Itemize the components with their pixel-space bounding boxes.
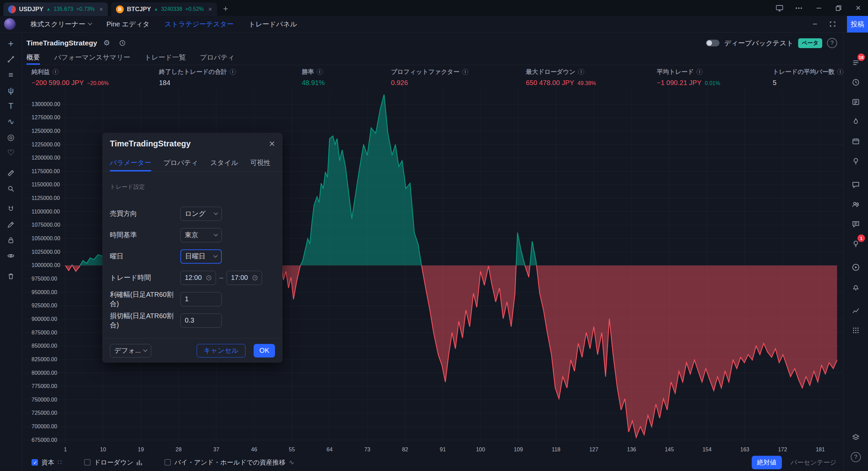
chat-button[interactable] (847, 176, 864, 193)
lock-drawings-tool[interactable] (3, 232, 19, 248)
magnet-tool[interactable] (3, 201, 19, 217)
tab-overview[interactable]: 概要 (26, 52, 40, 65)
object-tree-button[interactable] (847, 429, 864, 446)
pitchfork-tool[interactable]: ψ (3, 83, 19, 98)
minimize-window-icon[interactable] (809, 0, 829, 16)
drawdown-checkbox[interactable] (84, 459, 91, 466)
help-button[interactable]: ? (847, 449, 864, 466)
trade-time-to-input[interactable] (231, 274, 252, 282)
symbol-tab-usdjpy[interactable]: USDJPY ▲ 135.673 +0.73% × (3, 2, 108, 16)
hide-drawings-tool[interactable] (3, 248, 19, 264)
absolute-scale-button[interactable]: 絶対値 (752, 456, 782, 469)
menu-item-stock-screener[interactable]: 株式スクリーナー (31, 20, 92, 29)
trend-line-tool[interactable] (3, 52, 19, 67)
info-icon[interactable]: i (462, 69, 468, 75)
my-ideas-button[interactable] (847, 152, 864, 169)
buyhold-style-icon[interactable]: ∿ (289, 458, 294, 466)
window-menu-dots-icon[interactable]: ••• (789, 0, 809, 16)
weekday-select[interactable]: 日曜日 (180, 249, 222, 264)
new-tab-button[interactable]: + (223, 3, 228, 14)
strategy-settings-button[interactable]: ⚙ (101, 37, 113, 49)
ok-button[interactable]: OK (254, 344, 275, 357)
info-icon[interactable]: i (230, 69, 236, 75)
close-tab-icon[interactable]: × (99, 5, 103, 13)
stop-loss-input[interactable] (185, 316, 218, 324)
favorites-tool[interactable]: ♡ (3, 145, 19, 161)
news-button[interactable] (847, 94, 864, 110)
notifications-button[interactable] (847, 279, 864, 295)
info-icon[interactable]: i (837, 69, 843, 75)
beta-badge: ベータ (798, 38, 822, 48)
drawdown-checkbox-group[interactable]: ドローダウン (84, 458, 142, 467)
apps-button[interactable] (847, 322, 864, 339)
dialog-tab-parameters[interactable]: パラメーター (110, 155, 151, 171)
dialog-tab-properties[interactable]: プロパティ (163, 155, 198, 171)
text-tool[interactable]: T (3, 98, 19, 114)
dialog-tab-style[interactable]: スタイル (210, 155, 238, 171)
trade-time-from-input[interactable] (185, 274, 205, 282)
tab-performance-summary[interactable]: パフォーマンスサマリー (54, 52, 130, 65)
stop-loss-field[interactable] (180, 313, 222, 328)
percentage-scale-button[interactable]: パーセンテージ (791, 458, 836, 467)
svg-text:181: 181 (816, 447, 825, 452)
trade-time-from[interactable] (180, 271, 216, 285)
take-profit-field[interactable] (180, 292, 222, 306)
dialog-close-icon[interactable]: × (269, 139, 275, 149)
svg-text:10: 10 (100, 447, 106, 452)
user-avatar[interactable] (4, 18, 16, 30)
panel-minimize-icon[interactable] (808, 17, 823, 32)
fib-retracement-tool[interactable]: ≡ (3, 67, 19, 83)
hotlists-button[interactable] (847, 113, 864, 130)
pattern-tool[interactable]: ∿ (3, 114, 19, 129)
restore-window-icon[interactable] (829, 0, 848, 16)
info-icon[interactable]: i (696, 69, 703, 75)
streams-button[interactable] (847, 259, 864, 276)
drawdown-style-icon[interactable] (137, 460, 142, 465)
info-icon[interactable]: i (578, 69, 584, 75)
alerts-button[interactable] (847, 74, 864, 91)
deep-backtest-toggle[interactable] (706, 40, 719, 46)
publish-button[interactable]: 投稿 (847, 16, 868, 33)
buyhold-checkbox-group[interactable]: バイ・アンド・ホールドでの資産推移 ∿ (164, 458, 294, 467)
zoom-tool[interactable] (3, 181, 19, 197)
tab-properties[interactable]: プロパティ (200, 52, 235, 65)
equity-style-icon[interactable]: ∷ (58, 458, 62, 466)
direction-select[interactable]: ロング (180, 207, 222, 221)
question-icon: ? (851, 452, 861, 462)
close-tab-icon[interactable]: × (208, 5, 212, 13)
help-icon[interactable]: ? (827, 38, 837, 48)
dialog-tab-visibility[interactable]: 可視性 (250, 155, 271, 171)
calendar-button[interactable] (847, 133, 864, 150)
info-icon[interactable]: i (317, 69, 323, 75)
timezone-select[interactable]: 東京 (180, 228, 222, 242)
forecast-tool[interactable]: ◎ (3, 129, 19, 145)
menu-item-pine-editor[interactable]: Pine エディタ (106, 20, 150, 29)
detach-window-icon[interactable] (770, 0, 789, 16)
tab-trade-list[interactable]: トレード一覧 (144, 52, 185, 65)
panel-fullscreen-icon[interactable] (825, 17, 840, 32)
watchlist-button[interactable]: 18 (847, 54, 864, 71)
close-window-icon[interactable]: × (848, 0, 868, 16)
measure-tool[interactable] (3, 165, 19, 181)
equity-checkbox-group[interactable]: 資本 ∷ (32, 458, 62, 467)
info-icon[interactable]: i (53, 69, 59, 75)
comments-button[interactable] (847, 216, 864, 232)
ideas-stream-button[interactable]: 1 (847, 235, 864, 252)
cancel-button[interactable]: キャンセル (197, 344, 245, 357)
buyhold-checkbox[interactable] (164, 459, 171, 466)
trade-time-to[interactable] (226, 271, 262, 285)
community-button[interactable] (847, 196, 864, 213)
preset-select[interactable]: デフォ... (110, 344, 151, 357)
svg-text:1025000.00: 1025000.00 (32, 249, 60, 255)
menu-item-trade-panel[interactable]: トレードパネル (249, 20, 297, 29)
equity-checkbox[interactable] (32, 459, 38, 466)
symbol-tab-btcjpy[interactable]: B BTCJPY ▲ 3240338 +0.52% × (111, 2, 217, 16)
crosshair-tool[interactable]: + (3, 36, 19, 52)
remove-drawings-tool[interactable] (3, 268, 19, 284)
strategy-recalculate-button[interactable] (116, 37, 129, 49)
performance-button[interactable] (847, 302, 864, 319)
draw-tool[interactable] (3, 217, 19, 232)
take-profit-input[interactable] (185, 295, 218, 303)
menu-item-strategy-tester[interactable]: ストラテジーテスター (164, 20, 234, 29)
trash-icon (7, 272, 15, 280)
